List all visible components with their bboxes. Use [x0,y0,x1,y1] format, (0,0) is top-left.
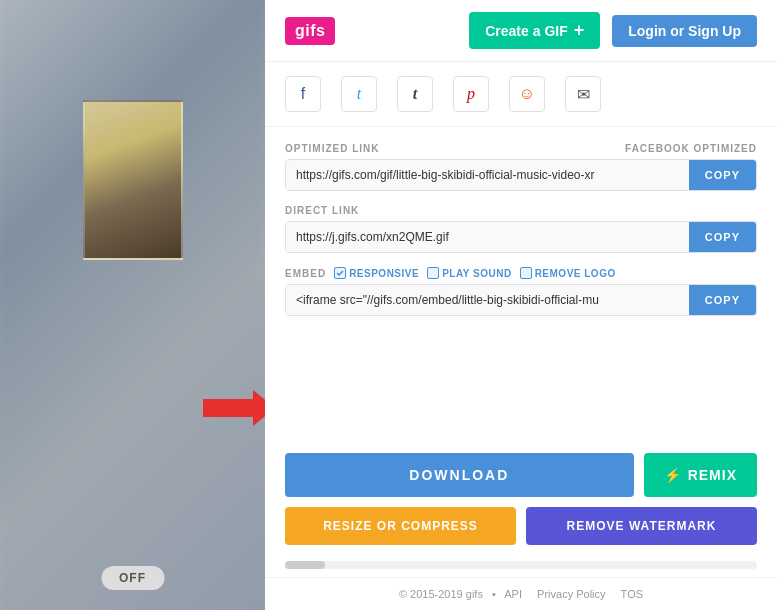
facebook-share-button[interactable]: f [285,76,321,112]
secondary-action-row: RESIZE OR COMPRESS REMOVE WATERMARK [265,507,777,545]
optimized-link-input-row: COPY [285,159,757,191]
arrow-head [253,390,265,426]
reddit-icon: ☺ [519,85,535,103]
remix-button[interactable]: ⚡ REMIX [644,453,757,497]
footer-dot-1: • [492,588,496,600]
embed-input[interactable] [286,285,689,315]
play-sound-label: PLAY SOUND [442,268,511,279]
links-section: OPTIMIZED LINK FACEBOOK OPTIMIZED COPY D… [265,127,777,453]
scrollbar-thumb[interactable] [285,561,325,569]
direct-link-group: DIRECT LINK COPY [285,205,757,253]
remove-logo-checkbox[interactable] [520,267,532,279]
footer-privacy-link[interactable]: Privacy Policy [537,588,605,600]
primary-action-row: DOWNLOAD ⚡ REMIX [265,453,777,497]
footer: © 2015-2019 gifs • API Privacy Policy TO… [265,577,777,610]
reddit-share-button[interactable]: ☺ [509,76,545,112]
download-button[interactable]: DOWNLOAD [285,453,634,497]
left-panel: OFF [0,0,265,610]
optimized-link-label: OPTIMIZED LINK [285,143,380,154]
play-sound-checkbox[interactable] [427,267,439,279]
blurred-background [0,0,265,610]
direct-copy-button[interactable]: COPY [689,222,756,252]
optimized-link-group: OPTIMIZED LINK FACEBOOK OPTIMIZED COPY [285,143,757,191]
responsive-checkbox[interactable] [334,267,346,279]
create-gif-label: Create a GIF [485,23,567,39]
embed-link-group: EMBED RESPONSIVE PLAY SOUND REMOVE LOGO [285,267,757,316]
embed-copy-button[interactable]: COPY [689,285,756,315]
bolt-icon: ⚡ [664,467,682,483]
direct-link-label: DIRECT LINK [285,205,359,216]
embed-remove-logo-option[interactable]: REMOVE LOGO [520,267,616,279]
red-arrow [203,390,265,426]
direct-link-input[interactable] [286,222,689,252]
tumblr-icon: t [413,85,417,103]
footer-api-link[interactable]: API [504,588,522,600]
optimized-label-row: OPTIMIZED LINK FACEBOOK OPTIMIZED [285,143,757,154]
scroll-area [265,561,777,569]
create-gif-button[interactable]: Create a GIF + [469,12,600,49]
pinterest-icon: p [467,85,475,103]
gif-preview-image [83,100,183,260]
plus-icon: + [574,20,585,41]
logo[interactable]: gifs [285,17,335,45]
toggle-label: OFF [119,571,146,585]
footer-tos-link[interactable]: TOS [621,588,643,600]
resize-button[interactable]: RESIZE OR COMPRESS [285,507,516,545]
direct-link-input-row: COPY [285,221,757,253]
email-icon: ✉ [577,85,590,104]
embed-label-row: EMBED RESPONSIVE PLAY SOUND REMOVE LOGO [285,267,757,279]
optimized-link-input[interactable] [286,160,689,190]
pinterest-share-button[interactable]: p [453,76,489,112]
login-button[interactable]: Login or Sign Up [612,15,757,47]
watermark-button[interactable]: REMOVE WATERMARK [526,507,757,545]
arrow-body [203,399,253,417]
header: gifs Create a GIF + Login or Sign Up [265,0,777,62]
embed-label: EMBED [285,268,326,279]
scrollbar-track[interactable] [285,561,757,569]
embed-responsive-option[interactable]: RESPONSIVE [334,267,419,279]
remix-label: REMIX [688,467,737,483]
embed-play-sound-option[interactable]: PLAY SOUND [427,267,511,279]
optimized-copy-button[interactable]: COPY [689,160,756,190]
email-share-button[interactable]: ✉ [565,76,601,112]
twitter-share-button[interactable]: t [341,76,377,112]
off-toggle[interactable]: OFF [101,566,164,590]
right-panel: gifs Create a GIF + Login or Sign Up f t… [265,0,777,610]
twitter-icon: t [357,85,361,103]
direct-label-row: DIRECT LINK [285,205,757,216]
remove-logo-label: REMOVE LOGO [535,268,616,279]
footer-copyright: © 2015-2019 gifs [399,588,483,600]
embed-input-row: COPY [285,284,757,316]
tumblr-share-button[interactable]: t [397,76,433,112]
facebook-icon: f [301,85,305,103]
arrow-container [203,390,265,426]
social-share-row: f t t p ☺ ✉ [265,62,777,127]
facebook-optimized-label: FACEBOOK OPTIMIZED [625,143,757,154]
responsive-label: RESPONSIVE [349,268,419,279]
